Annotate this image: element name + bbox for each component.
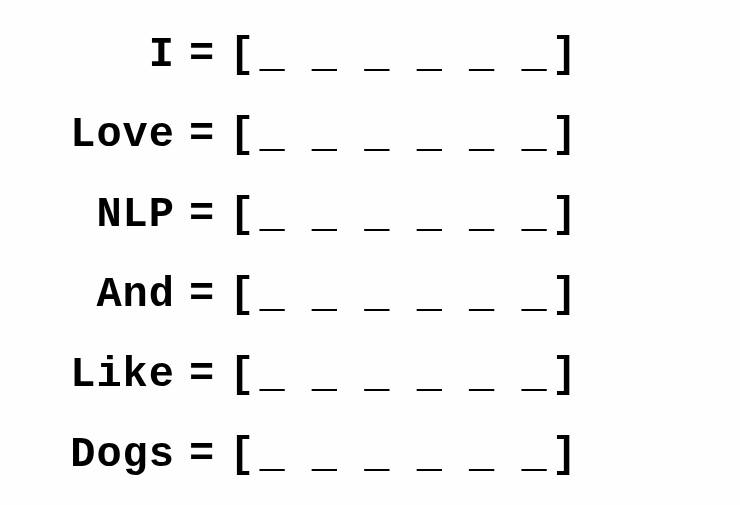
bracket-close: ]	[552, 15, 578, 95]
vector-row-and: And = [ _ _ _ _ _ _ ]	[35, 255, 705, 335]
word-label: Dogs	[35, 415, 175, 495]
bracket-open: [	[229, 255, 255, 335]
bracket-close: ]	[552, 175, 578, 255]
equals-sign: =	[175, 335, 229, 415]
bracket-open: [	[229, 175, 255, 255]
equals-sign: =	[175, 415, 229, 495]
bracket-close: ]	[552, 335, 578, 415]
word-label: I	[35, 15, 175, 95]
vector-blanks: _ _ _ _ _ _	[255, 15, 551, 95]
vector-row-love: Love = [ _ _ _ _ _ _ ]	[35, 95, 705, 175]
vector-row-dogs: Dogs = [ _ _ _ _ _ _ ]	[35, 415, 705, 495]
word-label: And	[35, 255, 175, 335]
word-label: Love	[35, 95, 175, 175]
bracket-open: [	[229, 415, 255, 495]
bracket-close: ]	[552, 95, 578, 175]
vector-blanks: _ _ _ _ _ _	[255, 175, 551, 255]
vector-blanks: _ _ _ _ _ _	[255, 335, 551, 415]
vector-blanks: _ _ _ _ _ _	[255, 415, 551, 495]
bracket-close: ]	[552, 415, 578, 495]
bracket-close: ]	[552, 255, 578, 335]
vector-blanks: _ _ _ _ _ _	[255, 255, 551, 335]
vector-row-nlp: NLP = [ _ _ _ _ _ _ ]	[35, 175, 705, 255]
vector-row-i: I = [ _ _ _ _ _ _ ]	[35, 15, 705, 95]
word-label: NLP	[35, 175, 175, 255]
equals-sign: =	[175, 95, 229, 175]
bracket-open: [	[229, 15, 255, 95]
equals-sign: =	[175, 175, 229, 255]
vector-row-like: Like = [ _ _ _ _ _ _ ]	[35, 335, 705, 415]
word-label: Like	[35, 335, 175, 415]
vector-blanks: _ _ _ _ _ _	[255, 95, 551, 175]
bracket-open: [	[229, 335, 255, 415]
bracket-open: [	[229, 95, 255, 175]
equals-sign: =	[175, 15, 229, 95]
equals-sign: =	[175, 255, 229, 335]
